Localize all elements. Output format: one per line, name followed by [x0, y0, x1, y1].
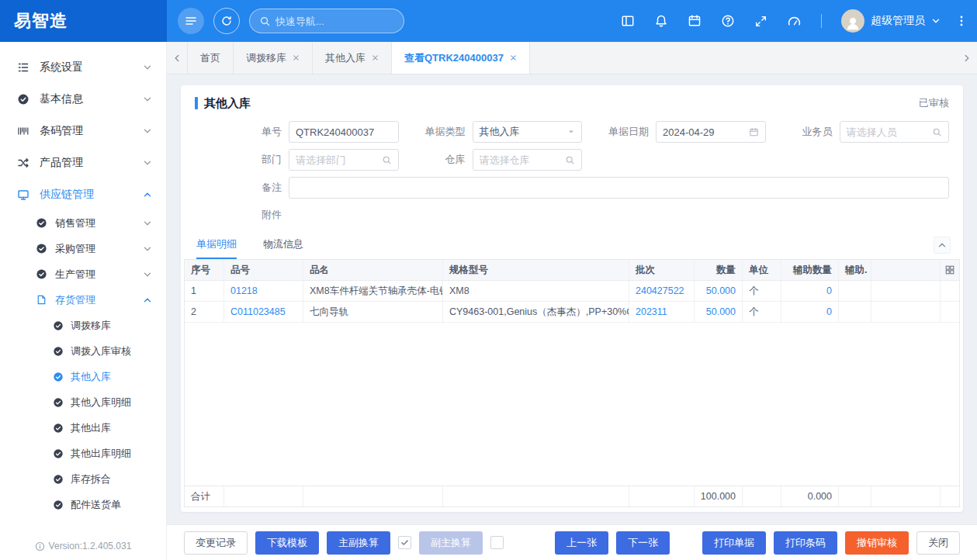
cell-aux-qty: 0 — [781, 281, 839, 301]
gauge-icon — [787, 14, 802, 29]
print-barcode-button[interactable]: 打印条码 — [774, 531, 837, 555]
sidebar-item-sales-mgmt[interactable]: 销售管理 — [0, 210, 166, 236]
total-qty: 100.000 — [695, 486, 743, 506]
sidebar-item-label: 其他出库 — [71, 421, 111, 435]
col-spec: 规格型号 — [443, 260, 629, 280]
cell-item-no-link[interactable]: 01218 — [224, 281, 303, 301]
remark-input[interactable] — [296, 182, 942, 194]
search-icon — [932, 127, 942, 137]
user-menu[interactable]: 超级管理员 — [841, 9, 941, 33]
tabs-scroll-right[interactable] — [957, 42, 977, 74]
close-button[interactable]: 关闭 — [916, 531, 960, 555]
page-tabbar: 首页 调拨移库 其他入库 查看QTRK240400037 — [167, 42, 977, 74]
quick-nav-input[interactable] — [275, 16, 384, 27]
sidebar-item-parts-delivery-note[interactable]: 配件送货单 — [0, 492, 166, 517]
sidebar-item-production-mgmt[interactable]: 生产管理 — [0, 261, 166, 287]
doctype-select[interactable]: 其他入库 — [473, 121, 583, 143]
page-content: 其他入库 已审核 单号 — [167, 74, 977, 524]
tab-doc-detail[interactable]: 单据明细 — [196, 231, 237, 259]
sidebar-item-other-inbound[interactable]: 其他入库 — [0, 364, 166, 389]
close-icon[interactable] — [293, 54, 300, 61]
help-button[interactable] — [721, 14, 735, 28]
sidebar-item-transfer-inbound-review[interactable]: 调拨入库审核 — [0, 338, 166, 364]
sidebar-item-transfer-move[interactable]: 调拨移库 — [0, 313, 166, 338]
column-settings-button[interactable] — [944, 264, 955, 275]
sidebar-toggle-button[interactable] — [178, 8, 204, 34]
fullscreen-button[interactable] — [754, 15, 767, 28]
revoke-audit-button[interactable]: 撤销审核 — [845, 531, 909, 555]
collapse-panel-button[interactable] — [934, 237, 951, 254]
warehouse-picker[interactable] — [473, 149, 583, 171]
hamburger-icon — [184, 14, 198, 28]
cell-filler — [871, 281, 941, 301]
col-filler — [871, 260, 941, 280]
tab-logistics-info[interactable]: 物流信息 — [263, 231, 303, 259]
header-left — [178, 8, 404, 34]
table-total-row: 合计 100.000 0.000 — [185, 486, 959, 506]
action-bar: 变更记录 下载模板 主副换算 副主换算 上一张 下一张 打印单据 打印条码 撤销… — [167, 524, 977, 560]
cell-batch-link[interactable]: 240427522 — [629, 281, 695, 301]
refresh-button[interactable] — [213, 8, 240, 34]
sidebar-item-inventory-mgmt[interactable]: 存货管理 — [0, 287, 166, 313]
more-options-button[interactable] — [960, 15, 963, 27]
sidebar-item-inventory-split-merge[interactable]: 库存拆合 — [0, 466, 166, 492]
cell-qty: 50.000 — [695, 281, 743, 301]
check-icon — [400, 538, 409, 547]
field-warehouse: 仓库 — [419, 149, 583, 171]
dashboard-button[interactable] — [787, 14, 802, 29]
close-icon[interactable] — [372, 54, 379, 61]
close-icon[interactable] — [510, 54, 517, 61]
check-circle-icon — [53, 346, 64, 357]
detail-tab-label: 物流信息 — [263, 237, 303, 251]
field-remark: 备注 — [235, 177, 949, 199]
dept-picker[interactable] — [289, 149, 399, 171]
sidebar-item-other-inbound-detail[interactable]: 其他入库明细 — [0, 389, 166, 415]
docdate-picker[interactable]: 2024-04-29 — [656, 121, 766, 143]
download-template-button[interactable]: 下载模板 — [255, 531, 319, 555]
sidebar-item-other-outbound-detail[interactable]: 其他出库明细 — [0, 441, 166, 466]
sidebar-item-system-settings[interactable]: 系统设置 — [0, 51, 166, 83]
notifications-button[interactable] — [654, 14, 668, 28]
tab-other-inbound[interactable]: 其他入库 — [313, 42, 392, 74]
tab-transfer-move[interactable]: 调拨移库 — [234, 42, 313, 74]
tab-home[interactable]: 首页 — [187, 42, 234, 74]
quick-nav-search[interactable] — [249, 9, 404, 33]
chevron-down-icon — [143, 158, 152, 168]
tabs-scroll-left[interactable] — [167, 42, 187, 74]
chevron-up-icon — [143, 296, 152, 305]
change-log-button[interactable]: 变更记录 — [184, 531, 248, 555]
table-row[interactable]: 2 C011023485 七向导轨 CY9463-001,Genius（杰事杰）… — [185, 302, 959, 323]
next-doc-button[interactable]: 下一张 — [616, 531, 670, 555]
table-row[interactable]: 1 01218 XM8车件杆端关节轴承壳体-电镀后 XM8 240427522 … — [185, 281, 959, 302]
sidebar-item-product-mgmt[interactable]: 产品管理 — [0, 147, 166, 178]
sidebar-item-barcode-mgmt[interactable]: 条码管理 — [0, 115, 166, 147]
docno-input[interactable] — [296, 126, 392, 138]
calendar-button[interactable] — [688, 14, 702, 28]
aux-to-main-button[interactable]: 副主换算 — [419, 531, 483, 555]
cell-batch-link[interactable]: 202311 — [629, 302, 695, 322]
col-settings — [941, 260, 959, 280]
chevron-down-icon — [143, 63, 152, 72]
doctype-value: 其他入库 — [480, 125, 520, 139]
dept-input[interactable] — [296, 154, 382, 166]
layout-columns-button[interactable] — [621, 14, 635, 28]
aux-to-main-checkbox[interactable] — [490, 536, 504, 549]
prev-doc-button[interactable]: 上一张 — [555, 531, 608, 555]
tab-view-qtrk240400037[interactable]: 查看QTRK240400037 — [392, 42, 530, 74]
cell-item-no-link[interactable]: C011023485 — [224, 302, 303, 322]
field-docdate: 单据日期 2024-04-29 — [602, 121, 766, 143]
sidebar-item-purchase-mgmt[interactable]: 采购管理 — [0, 236, 166, 261]
sidebar-item-basic-info[interactable]: 基本信息 — [0, 83, 166, 115]
sidebar-item-other-outbound[interactable]: 其他出库 — [0, 415, 166, 441]
warehouse-input[interactable] — [480, 154, 566, 166]
salesman-picker[interactable] — [840, 121, 950, 143]
main-to-aux-checkbox[interactable] — [398, 536, 411, 549]
print-doc-button[interactable]: 打印单据 — [702, 531, 766, 555]
cell-item-name: XM8车件杆端关节轴承壳体-电镀后 — [303, 281, 443, 301]
document-form: 单号 单据类型 其他入库 — [184, 121, 960, 231]
header-main: 超级管理员 — [167, 0, 977, 42]
sidebar-item-supply-chain-mgmt[interactable]: 供应链管理 — [0, 178, 166, 210]
salesman-input[interactable] — [847, 126, 933, 138]
field-salesman: 业务员 — [786, 121, 950, 143]
main-to-aux-button[interactable]: 主副换算 — [327, 531, 390, 555]
